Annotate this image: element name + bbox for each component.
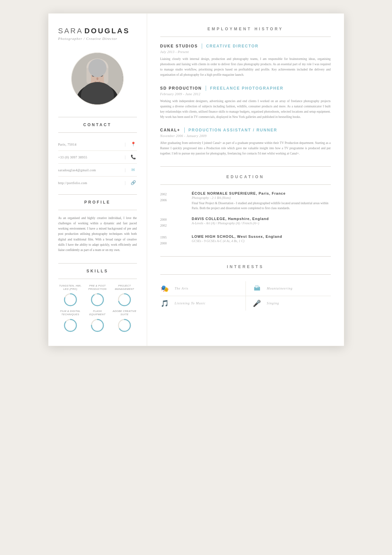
contact-section: CONTACT Paris, 75014 | 📍 +33 (0) 3097 38… [58,123,137,189]
svg-point-10 [96,77,98,80]
education-divider-top [160,184,331,185]
contact-separator: | [125,142,125,147]
interest-icon: 🏔 [252,285,262,292]
edu-year-end: 2006 [160,197,187,203]
skill-item: TUNGSTEN, HMI, LED (PRO) [58,284,83,307]
job-role: CREATIVE DIRECTOR [206,44,259,48]
skill-label: PRE & POST PRODUCTION [85,284,110,291]
skill-item: FLASH EQUIPMENT [85,310,110,333]
edu-desc: Final Year Project & Dissertation - I st… [192,201,331,211]
svg-point-8 [92,74,95,77]
svg-rect-3 [93,81,101,89]
edu-degree: GCSEs - 9 GCSEs A-C (4 As, 4 Bs, 1 C) [192,239,331,243]
job-dates: July 2013 - Present [160,50,331,54]
contact-separator: | [125,180,125,185]
edu-institution: ÉCOLE NORMALE SUPERIEURE, Paris, France [192,191,331,195]
employment-divider-top [160,37,331,37]
skill-label: FILM & DIGITAL TECHNIQUES [58,310,83,316]
profile-photo [71,52,124,105]
divider-after-photo [58,117,137,117]
education-entry: 1995 2000 LOWE HIGH SCHOOL, West Sussex,… [160,235,331,246]
job-dates: February 2009 - June 2012 [160,92,331,96]
interest-item: 🎭 The Arts [160,281,246,296]
contact-icon: ✉ [130,166,137,174]
skill-item: PROJECT MANAGEMENT [112,284,137,307]
interest-icon: 🎵 [160,299,170,307]
divider-after-employment [160,166,331,167]
interest-item: 🏔 Mountaineering [246,281,331,296]
job-description: Working with independent designers, adve… [160,98,331,120]
edu-content: ÉCOLE NORMALE SUPERIEURE, Paris, France … [192,191,331,211]
contact-text: Paris, 75014 [58,143,121,146]
full-name: SARA DOUGLAS [58,27,137,35]
jobs-list: DUKE STUDIOS CREATIVE DIRECTOR July 2013… [160,43,331,156]
skill-item: PRE & POST PRODUCTION [85,284,110,307]
interest-icon: 🎭 [160,285,170,292]
interest-label: The Arts [175,287,189,290]
contact-text: saradouglas4@gmail.com [58,168,121,172]
job-separator [202,43,202,49]
skill-circle-chart [90,292,105,307]
profile-text: As an organised and highly creative indi… [58,215,137,253]
skill-circle-chart [117,318,132,333]
interest-label: Listening To Music [175,301,206,305]
job-company: SD PRODUCTION [160,86,202,91]
interest-item: 🎵 Listening To Music [160,296,246,311]
skill-label: ADOBE CREATIVE SUITE [112,310,137,316]
divider-after-education [160,256,331,257]
education-entry: 2000 2002 DAVIS COLLEGE, Hampshire, Engl… [160,217,331,229]
contact-item: saradouglas4@gmail.com | ✉ [58,164,137,177]
skill-circle-chart [63,318,78,333]
job-description: After graduating from university I joine… [160,140,331,156]
skill-item: ADOBE CREATIVE SUITE [112,310,137,333]
contact-separator: | [125,168,125,173]
education-heading: EDUCATION [160,175,331,179]
job-company: DUKE STUDIOS [160,44,198,48]
edu-years: 2002 2006 [160,191,187,211]
profile-divider [58,210,137,210]
job-separator [206,86,206,91]
skill-circle-chart [90,318,105,333]
skill-circle-chart [63,292,78,307]
job-role: PRODUCTION ASSISTANT / RUNNER [189,128,277,132]
edu-year-start: 1995 [160,235,187,240]
education-section: EDUCATION 2002 2006 ÉCOLE NORMALE SUPERI… [160,175,331,246]
edu-institution: DAVIS COLLEGE, Hampshire, England [192,217,331,221]
interests-heading: INTERESTS [160,264,331,269]
profile-heading: PROFILE [58,200,137,205]
interest-item: 🎤 Singing [246,296,331,311]
edu-content: DAVIS COLLEGE, Hampshire, England A-Leve… [192,217,331,229]
edu-degree: A-Levels - Art (A) / Photography (A) / F… [192,221,331,225]
contact-divider [58,132,137,133]
first-name: SARA [58,27,83,35]
left-column: SARA DOUGLAS Photographer / Creative Dir… [48,14,147,346]
job-separator [184,127,185,133]
divider-after-contact [58,194,137,195]
skills-grid: TUNGSTEN, HMI, LED (PRO) PRE & POST PROD… [58,284,137,333]
contact-icon: 📞 [130,153,137,161]
skill-label: PROJECT MANAGEMENT [112,284,137,291]
contact-icon: 🔗 [130,179,137,186]
edu-years: 1995 2000 [160,235,187,246]
svg-rect-7 [104,68,109,84]
job-header: SD PRODUCTION FREELANCE PHOTOGRAPHER [160,86,331,91]
job-header: CANAL+ PRODUCTION ASSISTANT / RUNNER [160,127,331,133]
skills-divider [58,279,137,279]
svg-point-14 [91,294,103,306]
last-name: DOUGLAS [84,27,130,35]
education-list: 2002 2006 ÉCOLE NORMALE SUPERIEURE, Pari… [160,191,331,246]
job-role: FREELANCE PHOTOGRAPHER [210,86,283,91]
contact-heading: CONTACT [58,123,137,127]
interest-label: Singing [267,301,279,305]
edu-year-end: 2000 [160,240,187,246]
resume-container: SARA DOUGLAS Photographer / Creative Dir… [48,13,344,346]
skills-heading: SKILLS [58,269,137,273]
edu-degree: Photography - 2:1 BA (Hons) [192,196,331,200]
employment-heading: EMPLOYMENT HISTORY [160,27,331,31]
job-title: Photographer / Creative Director [58,37,137,41]
contact-item: http://portfolio.com | 🔗 [58,177,137,189]
contact-separator: | [125,155,125,160]
job-entry: DUKE STUDIOS CREATIVE DIRECTOR July 2013… [160,43,331,78]
contact-list: Paris, 75014 | 📍 +33 (0) 3097 38955 | 📞 … [58,138,137,189]
contact-icon: 📍 [130,141,137,148]
